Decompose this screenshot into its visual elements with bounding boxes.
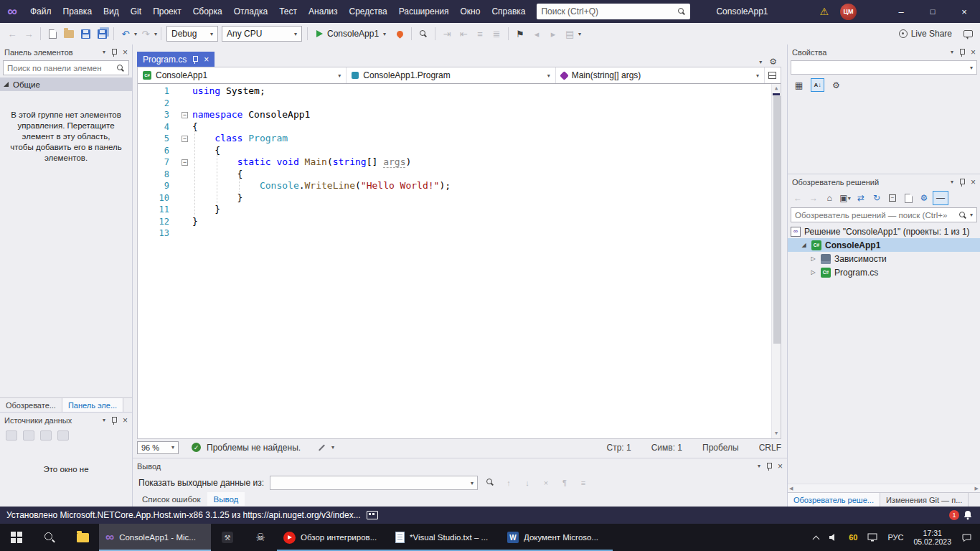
data-sources-header[interactable]: Источники данных ▾ × xyxy=(0,413,132,428)
scrollbar-thumb[interactable] xyxy=(773,96,781,344)
pin-icon[interactable] xyxy=(110,416,118,425)
taskbar-app-skull[interactable] xyxy=(244,524,277,551)
forward-icon[interactable]: → xyxy=(806,191,821,205)
menu-item[interactable]: Вид xyxy=(98,0,125,23)
expander-icon[interactable]: ◢ xyxy=(800,242,808,248)
navigate-to-icon[interactable]: ⇥ xyxy=(439,26,455,42)
properties-wrench-icon[interactable]: ⚙ xyxy=(917,191,931,205)
chevron-down-icon[interactable]: ▾ xyxy=(103,49,105,55)
no-problems-icon[interactable]: ✓ xyxy=(192,443,201,452)
code-line[interactable]: 8 { xyxy=(138,169,781,181)
categorized-icon[interactable]: ▦ xyxy=(792,78,806,92)
editor-options-icon[interactable]: ⚙ xyxy=(769,57,777,67)
save-icon[interactable] xyxy=(77,26,93,42)
previous-message-icon[interactable]: ↑ xyxy=(502,479,515,487)
taskbar-search-button[interactable] xyxy=(33,524,66,551)
back-icon[interactable]: ← xyxy=(791,191,805,205)
platform-dropdown[interactable]: Any CPU▾ xyxy=(222,26,302,42)
document-tab-program-cs[interactable]: Program.cs × xyxy=(137,52,215,67)
line-ending-indicator[interactable]: CRLF xyxy=(759,443,781,453)
expander-icon[interactable]: ▷ xyxy=(809,255,817,262)
redo-dropdown-icon[interactable]: ▾ xyxy=(154,31,157,37)
language-indicator[interactable]: РУС xyxy=(882,524,908,551)
fold-collapse-icon[interactable]: − xyxy=(182,159,188,166)
toolbox-group-general[interactable]: Общие xyxy=(0,77,132,91)
menu-item[interactable]: Окно xyxy=(454,0,486,23)
next-bookmark-icon[interactable]: ▸ xyxy=(545,26,561,42)
undo-dropdown-icon[interactable]: ▾ xyxy=(134,31,137,37)
code-line[interactable]: 2 xyxy=(138,98,781,110)
expander-icon[interactable]: ▷ xyxy=(809,269,817,276)
solution-explorer-header[interactable]: Обозреватель решений ▾ × xyxy=(788,174,980,189)
problems-status-text[interactable]: Проблемы не найдены. xyxy=(207,443,301,453)
start-debugging-button[interactable]: ConsoleApp1 ▾ xyxy=(311,26,391,42)
dock-tab[interactable]: Список ошибок xyxy=(136,492,207,506)
switch-views-icon[interactable]: ▣▾ xyxy=(838,191,852,205)
code-editor[interactable]: 1using System;23−namespace ConsoleApp14{… xyxy=(138,84,781,438)
menu-item[interactable]: Проект xyxy=(147,0,187,23)
dock-tab[interactable]: Вывод xyxy=(207,492,245,506)
dock-tab[interactable]: Обозревате... xyxy=(0,398,62,412)
chevron-down-icon[interactable]: ▾ xyxy=(951,49,953,55)
code-line[interactable]: 10 } xyxy=(138,192,781,204)
live-share-button[interactable]: Live Share xyxy=(899,29,952,39)
open-file-icon[interactable] xyxy=(61,26,77,42)
close-icon[interactable]: × xyxy=(204,55,209,64)
menu-item[interactable]: Git xyxy=(125,0,147,23)
preview-selected-items-icon[interactable]: — xyxy=(933,191,948,205)
close-icon[interactable]: × xyxy=(123,416,128,425)
chevron-down-icon[interactable]: ▾ xyxy=(951,179,953,185)
fps-counter[interactable]: 60 xyxy=(844,524,862,551)
toolbox-search-input[interactable]: Поиск по панели элемен xyxy=(3,60,129,75)
sync-with-active-document-icon[interactable]: ⇄ xyxy=(854,191,868,205)
file-explorer-button[interactable] xyxy=(66,524,99,551)
editor-scrollbar[interactable]: ▲ ▼ xyxy=(771,84,781,438)
pin-icon[interactable] xyxy=(958,178,966,187)
tree-item[interactable]: ∞Решение "ConsoleApp1" (проекты: 1 из 1) xyxy=(788,225,980,238)
previous-bookmark-icon[interactable]: ◂ xyxy=(529,26,545,42)
code-line[interactable]: 13 xyxy=(138,227,781,240)
taskbar-app-visual-studio[interactable]: ConsoleApp1 - Mic... xyxy=(99,524,211,551)
word-wrap-icon[interactable]: ¶ xyxy=(558,479,571,487)
zoom-dropdown[interactable]: 96 %▾ xyxy=(137,441,179,454)
search-options-icon[interactable]: ▾ xyxy=(970,212,973,218)
close-icon[interactable]: × xyxy=(971,178,976,187)
member-dropdown[interactable]: Main(string[] args) ▾ xyxy=(556,67,765,83)
uncomment-icon[interactable]: ≣ xyxy=(489,26,504,42)
network-icon[interactable] xyxy=(862,524,882,551)
taskbar-app-word[interactable]: Документ Microso... xyxy=(501,524,613,551)
chevron-down-icon[interactable]: ▾ xyxy=(758,463,760,469)
tree-item[interactable]: ▷Зависимости xyxy=(788,252,980,265)
menu-item[interactable]: Расширения xyxy=(393,0,455,23)
menu-item[interactable]: Отладка xyxy=(228,0,273,23)
code-line[interactable]: 7− static void Main(string[] args) xyxy=(138,156,781,169)
dock-tab[interactable]: Обозреватель реше... xyxy=(788,493,880,507)
project-dropdown[interactable]: C# ConsoleApp1 ▾ xyxy=(138,67,347,83)
navigate-back-icon[interactable]: ← xyxy=(4,26,20,42)
bookmarks-window-icon[interactable]: ▤ xyxy=(562,26,578,42)
clear-all-icon[interactable]: × xyxy=(540,479,552,487)
spaces-indicator[interactable]: Пробелы xyxy=(702,443,739,453)
refresh-icon[interactable]: ↻ xyxy=(870,191,884,205)
fold-collapse-icon[interactable]: − xyxy=(182,112,188,118)
split-editor-button[interactable] xyxy=(765,67,781,83)
scroll-right-icon[interactable]: ▶ xyxy=(975,486,979,491)
new-file-icon[interactable] xyxy=(44,26,60,42)
output-header[interactable]: Вывод ▾ × xyxy=(133,458,787,474)
edit-dataset-icon[interactable] xyxy=(23,430,34,441)
clock[interactable]: 17:31 05.02.2023 xyxy=(908,524,956,551)
redo-icon[interactable]: ↷ xyxy=(138,26,154,42)
menu-item[interactable]: Правка xyxy=(57,0,98,23)
output-source-dropdown[interactable]: ▾ xyxy=(270,476,478,490)
add-data-source-icon[interactable] xyxy=(6,430,17,441)
pin-icon[interactable] xyxy=(192,55,199,64)
comment-icon[interactable]: ≡ xyxy=(472,26,488,42)
code-line[interactable]: 12} xyxy=(138,216,781,228)
collapse-all-icon[interactable]: − xyxy=(885,191,900,205)
close-button[interactable]: × xyxy=(948,0,980,23)
line-indicator[interactable]: Стр: 1 xyxy=(607,443,631,453)
start-button[interactable] xyxy=(0,524,33,551)
pin-icon[interactable] xyxy=(958,48,966,57)
code-line[interactable]: 1using System; xyxy=(138,85,781,98)
code-line[interactable]: 3−namespace ConsoleApp1 xyxy=(138,109,781,121)
